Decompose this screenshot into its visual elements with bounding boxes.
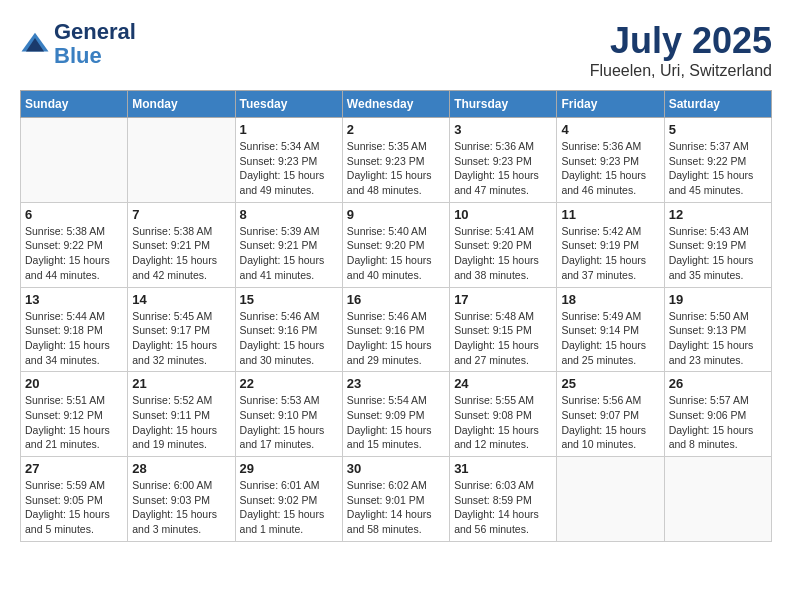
logo-line1: General bbox=[54, 20, 136, 44]
day-number: 9 bbox=[347, 207, 445, 222]
day-number: 28 bbox=[132, 461, 230, 476]
weekday-cell: Thursday bbox=[450, 91, 557, 118]
calendar-day-cell: 16Sunrise: 5:46 AM Sunset: 9:16 PM Dayli… bbox=[342, 287, 449, 372]
calendar-week-row: 27Sunrise: 5:59 AM Sunset: 9:05 PM Dayli… bbox=[21, 457, 772, 542]
day-info: Sunrise: 5:52 AM Sunset: 9:11 PM Dayligh… bbox=[132, 393, 230, 452]
day-number: 7 bbox=[132, 207, 230, 222]
day-info: Sunrise: 5:51 AM Sunset: 9:12 PM Dayligh… bbox=[25, 393, 123, 452]
day-number: 5 bbox=[669, 122, 767, 137]
logo-line2: Blue bbox=[54, 44, 136, 68]
calendar-week-row: 13Sunrise: 5:44 AM Sunset: 9:18 PM Dayli… bbox=[21, 287, 772, 372]
day-number: 25 bbox=[561, 376, 659, 391]
logo-icon bbox=[20, 29, 50, 59]
calendar-day-cell: 28Sunrise: 6:00 AM Sunset: 9:03 PM Dayli… bbox=[128, 457, 235, 542]
calendar-day-cell: 1Sunrise: 5:34 AM Sunset: 9:23 PM Daylig… bbox=[235, 118, 342, 203]
day-info: Sunrise: 5:34 AM Sunset: 9:23 PM Dayligh… bbox=[240, 139, 338, 198]
calendar-day-cell: 14Sunrise: 5:45 AM Sunset: 9:17 PM Dayli… bbox=[128, 287, 235, 372]
day-number: 4 bbox=[561, 122, 659, 137]
calendar-day-cell: 12Sunrise: 5:43 AM Sunset: 9:19 PM Dayli… bbox=[664, 202, 771, 287]
calendar-day-cell bbox=[21, 118, 128, 203]
calendar-day-cell: 27Sunrise: 5:59 AM Sunset: 9:05 PM Dayli… bbox=[21, 457, 128, 542]
day-number: 1 bbox=[240, 122, 338, 137]
day-info: Sunrise: 6:02 AM Sunset: 9:01 PM Dayligh… bbox=[347, 478, 445, 537]
day-number: 10 bbox=[454, 207, 552, 222]
title-block: July 2025 Flueelen, Uri, Switzerland bbox=[590, 20, 772, 80]
calendar-day-cell: 25Sunrise: 5:56 AM Sunset: 9:07 PM Dayli… bbox=[557, 372, 664, 457]
calendar-week-row: 6Sunrise: 5:38 AM Sunset: 9:22 PM Daylig… bbox=[21, 202, 772, 287]
day-number: 29 bbox=[240, 461, 338, 476]
calendar-day-cell bbox=[664, 457, 771, 542]
day-number: 3 bbox=[454, 122, 552, 137]
day-info: Sunrise: 5:42 AM Sunset: 9:19 PM Dayligh… bbox=[561, 224, 659, 283]
day-info: Sunrise: 5:36 AM Sunset: 9:23 PM Dayligh… bbox=[561, 139, 659, 198]
day-number: 18 bbox=[561, 292, 659, 307]
day-info: Sunrise: 5:41 AM Sunset: 9:20 PM Dayligh… bbox=[454, 224, 552, 283]
day-info: Sunrise: 5:57 AM Sunset: 9:06 PM Dayligh… bbox=[669, 393, 767, 452]
day-info: Sunrise: 5:53 AM Sunset: 9:10 PM Dayligh… bbox=[240, 393, 338, 452]
calendar-day-cell: 10Sunrise: 5:41 AM Sunset: 9:20 PM Dayli… bbox=[450, 202, 557, 287]
day-number: 30 bbox=[347, 461, 445, 476]
calendar-week-row: 1Sunrise: 5:34 AM Sunset: 9:23 PM Daylig… bbox=[21, 118, 772, 203]
calendar-day-cell: 26Sunrise: 5:57 AM Sunset: 9:06 PM Dayli… bbox=[664, 372, 771, 457]
day-number: 31 bbox=[454, 461, 552, 476]
weekday-cell: Sunday bbox=[21, 91, 128, 118]
calendar-day-cell: 11Sunrise: 5:42 AM Sunset: 9:19 PM Dayli… bbox=[557, 202, 664, 287]
calendar-table: SundayMondayTuesdayWednesdayThursdayFrid… bbox=[20, 90, 772, 542]
calendar-day-cell: 29Sunrise: 6:01 AM Sunset: 9:02 PM Dayli… bbox=[235, 457, 342, 542]
day-info: Sunrise: 5:46 AM Sunset: 9:16 PM Dayligh… bbox=[347, 309, 445, 368]
logo: General Blue bbox=[20, 20, 136, 68]
day-info: Sunrise: 5:50 AM Sunset: 9:13 PM Dayligh… bbox=[669, 309, 767, 368]
weekday-header-row: SundayMondayTuesdayWednesdayThursdayFrid… bbox=[21, 91, 772, 118]
calendar-day-cell: 18Sunrise: 5:49 AM Sunset: 9:14 PM Dayli… bbox=[557, 287, 664, 372]
day-info: Sunrise: 5:38 AM Sunset: 9:21 PM Dayligh… bbox=[132, 224, 230, 283]
calendar-body: 1Sunrise: 5:34 AM Sunset: 9:23 PM Daylig… bbox=[21, 118, 772, 542]
day-info: Sunrise: 5:48 AM Sunset: 9:15 PM Dayligh… bbox=[454, 309, 552, 368]
calendar-day-cell: 2Sunrise: 5:35 AM Sunset: 9:23 PM Daylig… bbox=[342, 118, 449, 203]
calendar-day-cell bbox=[557, 457, 664, 542]
day-number: 11 bbox=[561, 207, 659, 222]
day-info: Sunrise: 5:49 AM Sunset: 9:14 PM Dayligh… bbox=[561, 309, 659, 368]
day-number: 23 bbox=[347, 376, 445, 391]
calendar-day-cell: 7Sunrise: 5:38 AM Sunset: 9:21 PM Daylig… bbox=[128, 202, 235, 287]
day-info: Sunrise: 5:43 AM Sunset: 9:19 PM Dayligh… bbox=[669, 224, 767, 283]
page-header: General Blue July 2025 Flueelen, Uri, Sw… bbox=[20, 20, 772, 80]
calendar-day-cell: 13Sunrise: 5:44 AM Sunset: 9:18 PM Dayli… bbox=[21, 287, 128, 372]
day-number: 16 bbox=[347, 292, 445, 307]
day-number: 22 bbox=[240, 376, 338, 391]
calendar-week-row: 20Sunrise: 5:51 AM Sunset: 9:12 PM Dayli… bbox=[21, 372, 772, 457]
day-number: 12 bbox=[669, 207, 767, 222]
day-number: 13 bbox=[25, 292, 123, 307]
calendar-day-cell: 17Sunrise: 5:48 AM Sunset: 9:15 PM Dayli… bbox=[450, 287, 557, 372]
day-info: Sunrise: 5:37 AM Sunset: 9:22 PM Dayligh… bbox=[669, 139, 767, 198]
day-number: 15 bbox=[240, 292, 338, 307]
calendar-day-cell: 15Sunrise: 5:46 AM Sunset: 9:16 PM Dayli… bbox=[235, 287, 342, 372]
weekday-cell: Wednesday bbox=[342, 91, 449, 118]
calendar-day-cell: 9Sunrise: 5:40 AM Sunset: 9:20 PM Daylig… bbox=[342, 202, 449, 287]
month-title: July 2025 bbox=[590, 20, 772, 62]
day-info: Sunrise: 5:59 AM Sunset: 9:05 PM Dayligh… bbox=[25, 478, 123, 537]
day-info: Sunrise: 5:46 AM Sunset: 9:16 PM Dayligh… bbox=[240, 309, 338, 368]
calendar-day-cell: 23Sunrise: 5:54 AM Sunset: 9:09 PM Dayli… bbox=[342, 372, 449, 457]
day-number: 27 bbox=[25, 461, 123, 476]
calendar-day-cell: 21Sunrise: 5:52 AM Sunset: 9:11 PM Dayli… bbox=[128, 372, 235, 457]
day-number: 14 bbox=[132, 292, 230, 307]
day-number: 6 bbox=[25, 207, 123, 222]
day-info: Sunrise: 5:54 AM Sunset: 9:09 PM Dayligh… bbox=[347, 393, 445, 452]
calendar-day-cell: 24Sunrise: 5:55 AM Sunset: 9:08 PM Dayli… bbox=[450, 372, 557, 457]
calendar-day-cell: 6Sunrise: 5:38 AM Sunset: 9:22 PM Daylig… bbox=[21, 202, 128, 287]
location-title: Flueelen, Uri, Switzerland bbox=[590, 62, 772, 80]
day-info: Sunrise: 5:36 AM Sunset: 9:23 PM Dayligh… bbox=[454, 139, 552, 198]
day-number: 19 bbox=[669, 292, 767, 307]
day-number: 8 bbox=[240, 207, 338, 222]
day-info: Sunrise: 5:39 AM Sunset: 9:21 PM Dayligh… bbox=[240, 224, 338, 283]
calendar-day-cell: 30Sunrise: 6:02 AM Sunset: 9:01 PM Dayli… bbox=[342, 457, 449, 542]
logo-text: General Blue bbox=[54, 20, 136, 68]
day-number: 24 bbox=[454, 376, 552, 391]
day-info: Sunrise: 5:35 AM Sunset: 9:23 PM Dayligh… bbox=[347, 139, 445, 198]
calendar-day-cell: 31Sunrise: 6:03 AM Sunset: 8:59 PM Dayli… bbox=[450, 457, 557, 542]
day-info: Sunrise: 5:55 AM Sunset: 9:08 PM Dayligh… bbox=[454, 393, 552, 452]
day-info: Sunrise: 5:56 AM Sunset: 9:07 PM Dayligh… bbox=[561, 393, 659, 452]
day-info: Sunrise: 5:44 AM Sunset: 9:18 PM Dayligh… bbox=[25, 309, 123, 368]
weekday-cell: Friday bbox=[557, 91, 664, 118]
calendar-day-cell bbox=[128, 118, 235, 203]
